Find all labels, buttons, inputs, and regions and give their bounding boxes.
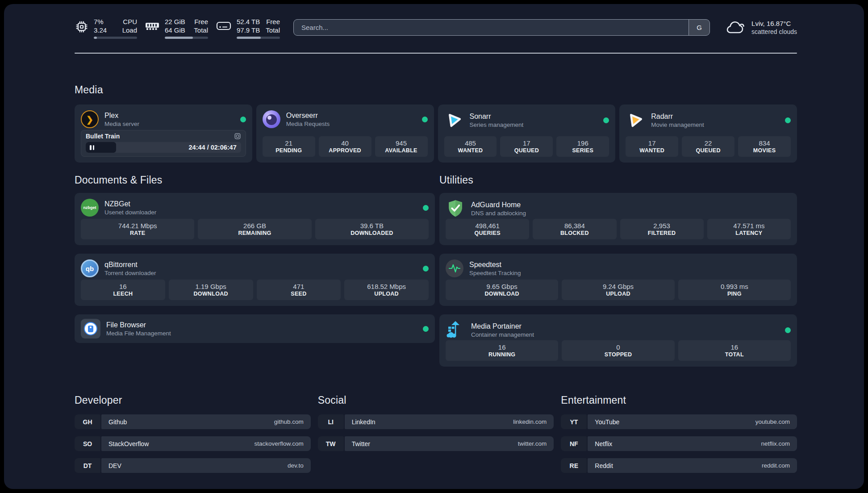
app-name: AdGuard Home — [471, 201, 791, 209]
app-card-radarr[interactable]: Radarr Movie management 17 WANTED 22 QUE… — [619, 104, 797, 163]
status-dot — [603, 117, 609, 123]
section-title-developer: Developer — [75, 394, 311, 406]
bookmark-abbr: TW — [318, 436, 344, 451]
stat-label: QUEUED — [514, 147, 539, 154]
bookmark-github[interactable]: GH Github github.com — [75, 414, 311, 429]
bookmark-abbr: DT — [75, 458, 100, 473]
bookmark-stackoverflow[interactable]: SO StackOverflow stackoverflow.com — [75, 436, 311, 451]
stat-value: 0 — [616, 343, 620, 351]
stat-value: 744.21 Mbps — [118, 222, 157, 230]
app-card-qbittorrent[interactable]: qb qBittorrent Torrent downloader 16 LEE… — [75, 254, 435, 306]
section-title-media: Media — [75, 84, 797, 96]
stat-label: BLOCKED — [560, 230, 589, 236]
stat-tile: 16 RUNNING — [446, 340, 558, 361]
app-name: File Browser — [106, 321, 417, 330]
app-name: Media Portainer — [471, 322, 779, 331]
stat-value: 17 — [648, 139, 656, 147]
disk-icon — [216, 20, 232, 32]
pause-icon[interactable] — [90, 145, 94, 150]
section-developer: Developer GH Github github.com SO StackO… — [75, 394, 311, 480]
bookmark-reddit[interactable]: RE Reddit reddit.com — [561, 458, 797, 473]
bookmark-linkedin[interactable]: LI LinkedIn linkedin.com — [318, 414, 554, 429]
stat-value: 17 — [523, 139, 530, 147]
app-card-portainer[interactable]: Media Portainer Container management 16 … — [439, 314, 797, 367]
status-dot — [240, 117, 246, 122]
header-divider — [75, 53, 797, 54]
section-title-social: Social — [318, 394, 554, 406]
stat-value: 471 — [293, 283, 304, 290]
stat-tile: 485 WANTED — [444, 136, 497, 157]
stat-tile: 1.19 Gbps DOWNLOAD — [169, 280, 253, 300]
section-title-documents: Documents & Files — [75, 174, 435, 186]
now-playing-title: Bullet Train — [86, 133, 120, 140]
weather-location: Lviv, 16.87°C — [751, 19, 797, 28]
app-card-plex[interactable]: ❯ Plex Media server Bullet Train — [75, 104, 252, 163]
stat-value: 22 — [705, 139, 712, 147]
section-media: Media ❯ Plex Media server Bullet Train — [75, 84, 797, 163]
bookmark-url: reddit.com — [762, 462, 790, 469]
app-subtitle: DNS and adblocking — [471, 209, 791, 217]
app-subtitle: Container management — [471, 331, 779, 338]
cpu-progress-track — [94, 37, 137, 39]
bookmark-abbr: GH — [75, 414, 100, 429]
stat-value: 266 GB — [243, 222, 266, 230]
app-subtitle: Torrent downloader — [104, 269, 417, 277]
plex-icon: ❯ — [81, 110, 99, 128]
status-dot — [785, 327, 791, 333]
bookmark-youtube[interactable]: YT YouTube youtube.com — [561, 414, 797, 429]
app-card-adguard[interactable]: AdGuard Home DNS and adblocking 498,461 … — [439, 193, 797, 245]
memory-progress-track — [165, 37, 208, 39]
disk-progress-fill — [237, 37, 261, 39]
app-card-nzbget[interactable]: nzbget NZBGet Usenet downloader 744.21 M… — [75, 193, 435, 245]
radarr-icon — [624, 109, 647, 131]
search-engine-button[interactable]: G — [689, 20, 709, 35]
bookmark-name: Github — [108, 418, 127, 426]
stat-label: FILTERED — [648, 230, 676, 236]
stat-value: 1.19 Gbps — [196, 283, 226, 290]
bookmark-name: DEV — [108, 462, 121, 469]
stat-label: DOWNLOADED — [351, 230, 393, 236]
stat-value: 2,953 — [653, 222, 670, 230]
stat-label: SERIES — [572, 147, 593, 154]
stat-value: 16 — [119, 283, 127, 290]
bookmark-netflix[interactable]: NF Netflix netflix.com — [561, 436, 797, 451]
stat-label: PENDING — [275, 147, 302, 154]
speedtest-icon — [446, 259, 463, 277]
stat-value: 0.993 ms — [721, 283, 748, 290]
bookmark-abbr: YT — [561, 414, 587, 429]
app-name: Sonarr — [470, 112, 598, 121]
app-card-overseerr[interactable]: Overseerr Media Requests 21 PENDING 40 A… — [256, 104, 434, 163]
memory-stat: 22 GiB64 GiB FreeTotal — [145, 17, 208, 39]
stat-label: REMAINING — [238, 230, 271, 236]
app-name: Speedtest — [469, 260, 791, 269]
bookmark-url: netflix.com — [761, 440, 790, 447]
nzbget-icon: nzbget — [81, 199, 99, 217]
bookmark-name: Netflix — [595, 440, 612, 447]
playback-time: 24:44 / 02:06:47 — [189, 142, 237, 153]
app-card-sonarr[interactable]: Sonarr Series management 485 WANTED 17 Q… — [438, 104, 616, 163]
stat-value: 16 — [730, 343, 738, 351]
bookmark-dev[interactable]: DT DEV dev.to — [75, 458, 311, 473]
section-utilities: Utilities AdGuard Home DNS and adblockin… — [439, 174, 797, 367]
app-card-filebrowser[interactable]: File Browser Media File Management — [75, 314, 435, 343]
bookmark-url: linkedin.com — [513, 418, 547, 425]
app-name: NZBGet — [104, 200, 417, 209]
app-subtitle: Series management — [470, 121, 598, 129]
memory-values: 22 GiB64 GiB — [165, 17, 185, 34]
app-card-speedtest[interactable]: Speedtest Speedtest Tracking 9.65 Gbps D… — [439, 254, 797, 306]
bookmark-twitter[interactable]: TW Twitter twitter.com — [318, 436, 554, 451]
app-subtitle: Media server — [104, 120, 234, 128]
stat-value: 196 — [577, 139, 588, 147]
stat-label: TOTAL — [725, 351, 744, 358]
bookmark-abbr: RE — [561, 458, 587, 473]
stat-label: PING — [727, 291, 742, 297]
session-icon[interactable] — [234, 133, 241, 140]
search-input[interactable] — [294, 20, 689, 35]
status-dot — [423, 326, 429, 332]
playback-progress-bar[interactable]: 24:44 / 02:06:47 — [86, 142, 241, 153]
plex-now-playing: Bullet Train 24:44 / 02:06:47 — [81, 130, 246, 157]
cpu-stat: 7%3.24 CPULoad — [75, 17, 137, 39]
stat-tile: 266 GB REMAINING — [198, 219, 311, 239]
cpu-icon — [75, 20, 89, 34]
app-subtitle: Movie management — [651, 121, 779, 129]
